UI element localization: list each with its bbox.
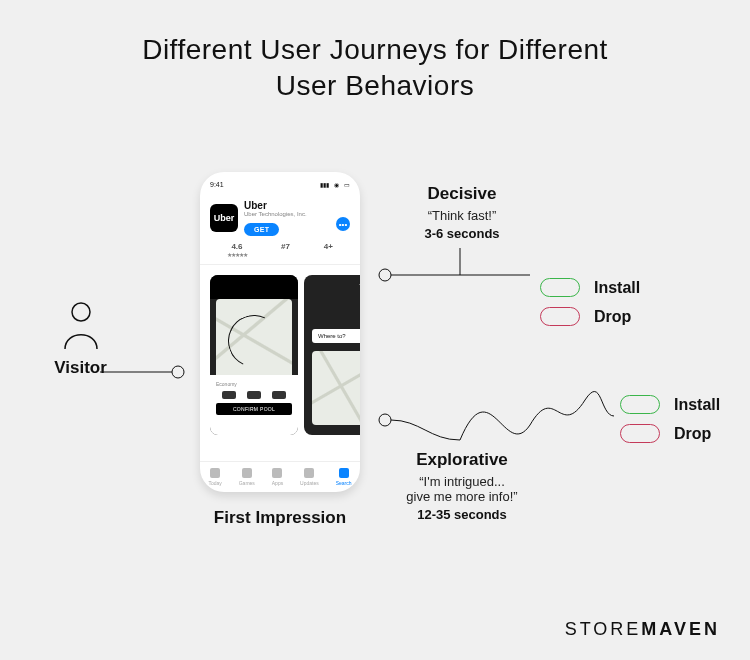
status-icons: ▮▮▮ ◉ ▭ (317, 181, 350, 188)
app-meta: Uber Uber Technologies, Inc. GET (244, 200, 326, 236)
tab-games[interactable]: Games (239, 468, 255, 486)
explorative-quote: “I'm intrigued... give me more info!” (392, 474, 532, 504)
rating-stars-icon: ★★★★★ (227, 251, 247, 258)
tab-search[interactable]: Search (336, 468, 352, 486)
install-pill-icon (620, 395, 660, 414)
where-to-input[interactable]: Where to? (312, 329, 360, 343)
install-label: Install (594, 279, 640, 297)
screenshot-1: Economy CONFIRM POOL (210, 275, 298, 435)
tab-today[interactable]: Today (208, 468, 221, 486)
visitor-node: Visitor (38, 300, 123, 378)
drop-pill-icon (620, 424, 660, 443)
stat-rating: 4.6 ★★★★★ (227, 242, 247, 258)
brand-logo: STOREMAVEN (565, 619, 720, 640)
app-icon: Uber (210, 204, 238, 232)
decisive-block: Decisive “Think fast!” 3-6 seconds (392, 184, 532, 241)
signal-icon: ▮▮▮ (320, 182, 329, 188)
app-header: Uber Uber Uber Technologies, Inc. GET ••… (200, 192, 360, 240)
decisive-title: Decisive (392, 184, 532, 204)
decisive-time: 3-6 seconds (392, 226, 532, 241)
stat-age: 4+ (324, 242, 333, 258)
phone-statusbar: 9:41 ▮▮▮ ◉ ▭ (200, 172, 360, 192)
drop-label: Drop (594, 308, 640, 326)
explorative-title: Explorative (392, 450, 532, 470)
status-time: 9:41 (210, 181, 224, 188)
explorative-outcomes: Install Drop (620, 395, 720, 443)
battery-icon: ▭ (344, 182, 350, 188)
rating-value: 4.6 (227, 242, 247, 251)
tab-label: Apps (272, 480, 283, 486)
phone-mockup: 9:41 ▮▮▮ ◉ ▭ Uber Uber Uber Technologies… (200, 172, 360, 492)
shot2-tagline: Tell us w you're g (359, 283, 360, 300)
svg-point-4 (379, 414, 391, 426)
age-value: 4+ (324, 242, 333, 251)
install-pill-icon (540, 278, 580, 297)
tab-apps[interactable]: Apps (272, 468, 283, 486)
diagram-stage: Different User Journeys for Different Us… (0, 0, 750, 660)
tab-updates[interactable]: Updates (300, 468, 319, 486)
tab-label: Search (336, 480, 352, 486)
tab-label: Today (208, 480, 221, 486)
drop-pill-icon (540, 307, 580, 326)
decisive-outcomes: Install Drop (540, 278, 640, 326)
get-button[interactable]: GET (244, 223, 279, 236)
more-button[interactable]: ••• (336, 217, 350, 231)
app-screenshots: Economy CONFIRM POOL Tell us w you're g … (200, 265, 360, 441)
rank-value: #7 (281, 242, 290, 251)
screenshot-2: Tell us w you're g Where to? (304, 275, 360, 435)
install-label: Install (674, 396, 720, 414)
stat-rank: #7 (281, 242, 290, 258)
app-stats: 4.6 ★★★★★ #7 4+ (200, 240, 360, 265)
confirm-button[interactable]: CONFIRM POOL (216, 403, 292, 415)
tab-label: Updates (300, 480, 319, 486)
explorative-time: 12-35 seconds (392, 507, 532, 522)
svg-point-0 (72, 303, 90, 321)
user-icon (38, 300, 123, 350)
visitor-label: Visitor (38, 358, 123, 378)
drop-label: Drop (674, 425, 720, 443)
brand-light: STORE (565, 619, 642, 639)
page-title: Different User Journeys for Different Us… (0, 32, 750, 105)
decisive-quote: “Think fast!” (392, 208, 532, 223)
shot1-section: Economy (216, 381, 292, 387)
phone-tabbar: Today Games Apps Updates Search (200, 461, 360, 492)
app-publisher: Uber Technologies, Inc. (244, 211, 326, 217)
app-title: Uber (244, 200, 326, 211)
svg-point-2 (172, 366, 184, 378)
first-impression-label: First Impression (200, 508, 360, 528)
tab-label: Games (239, 480, 255, 486)
wifi-icon: ◉ (334, 182, 339, 188)
explorative-block: Explorative “I'm intrigued... give me mo… (392, 450, 532, 522)
svg-point-3 (379, 269, 391, 281)
brand-bold: MAVEN (641, 619, 720, 639)
